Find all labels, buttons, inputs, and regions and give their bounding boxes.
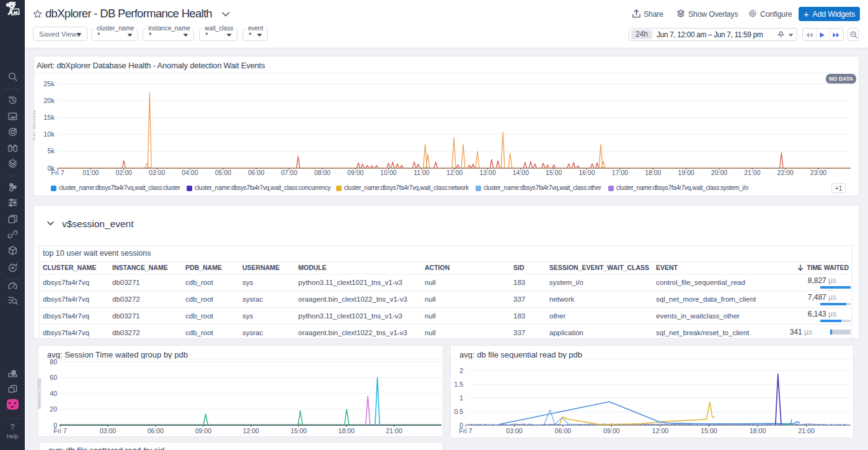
svg-text:25k: 25k [43,80,55,88]
svg-text:21:00: 21:00 [798,427,814,434]
svg-text:0.5: 0.5 [454,408,463,415]
svg-text:20: 20 [50,405,57,413]
svg-text:18:00: 18:00 [339,427,355,434]
svg-text:03:00: 03:00 [100,427,116,434]
svg-text:Milliseconds: Milliseconds [38,378,42,409]
svg-text:10k: 10k [43,130,55,138]
svg-text:80: 80 [50,358,57,366]
svg-text:12:00: 12:00 [652,427,668,434]
svg-text:12:00: 12:00 [243,427,259,434]
svg-text:5k: 5k [47,147,55,155]
svg-text:Fri 7: Fri 7 [459,427,472,434]
svg-text:15:00: 15:00 [291,427,307,434]
svg-text:40: 40 [50,390,57,397]
svg-text:06:00: 06:00 [555,427,571,434]
svg-text:1: 1 [459,394,463,402]
svg-text:2: 2 [459,367,463,374]
svg-text:20k: 20k [43,97,55,104]
svg-text:1.5: 1.5 [454,380,463,388]
svg-text:15k: 15k [43,114,55,121]
svg-text:06:00: 06:00 [148,427,164,434]
svg-text:Per second: Per second [33,110,37,140]
svg-text:03:00: 03:00 [506,427,522,434]
svg-text:18:00: 18:00 [750,427,766,434]
svg-text:09:00: 09:00 [603,427,619,434]
svg-text:09:00: 09:00 [195,427,211,434]
svg-text:60: 60 [50,374,57,381]
svg-text:Fri 7: Fri 7 [54,427,67,434]
svg-text:21:00: 21:00 [386,427,402,434]
svg-text:15:00: 15:00 [701,427,717,434]
